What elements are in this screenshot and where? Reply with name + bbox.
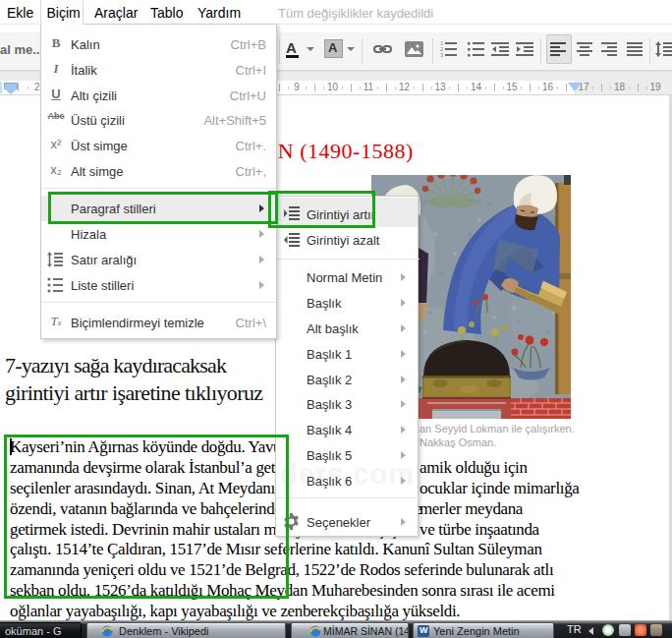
svg-text:3: 3	[440, 52, 444, 57]
